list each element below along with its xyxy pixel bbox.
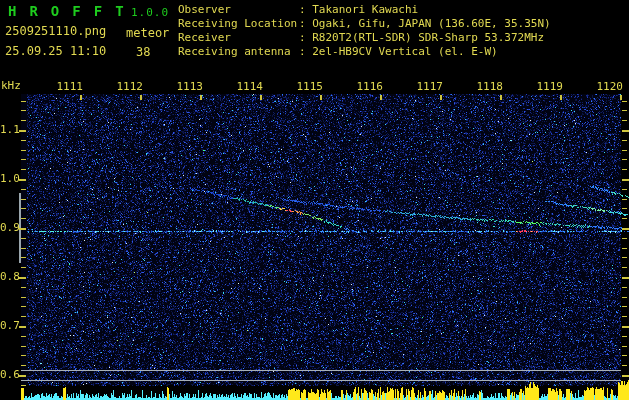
info-panel: Observer: Takanori KawachiReceiving Loca… (178, 3, 551, 59)
freq-tick-label: 0.6 (0, 368, 16, 381)
datetime-label: 25.09.25 11:10 (5, 44, 106, 58)
echo-count: 38 (136, 45, 150, 59)
info-label: Receiver (178, 31, 299, 45)
freq-tick-label: 0.8 (0, 270, 16, 283)
info-separator: : (299, 45, 312, 58)
time-tick-label: 1112 (114, 80, 143, 93)
freq-axis-unit: kHz (1, 79, 21, 92)
output-filename: 2509251110.png (5, 24, 106, 38)
info-label: Receiving Location (178, 17, 299, 31)
time-tick-label: 1114 (234, 80, 263, 93)
spectrogram-canvas (0, 0, 629, 400)
info-label: Observer (178, 3, 299, 17)
info-label: Receiving antenna (178, 45, 299, 59)
info-row: Receiving Location: Ogaki, Gifu, JAPAN (… (178, 17, 551, 31)
info-separator: : (299, 3, 312, 16)
freq-tick-label: 0.9 (0, 221, 16, 234)
info-row: Observer: Takanori Kawachi (178, 3, 551, 17)
time-tick-label: 1115 (294, 80, 323, 93)
info-row: Receiving antenna: 2el-HB9CV Vertical (e… (178, 45, 551, 59)
time-tick-label: 1116 (354, 80, 383, 93)
app-version: 1.0.0 (131, 6, 169, 19)
info-separator: : (299, 31, 312, 44)
info-value: Ogaki, Gifu, JAPAN (136.60E, 35.35N) (312, 17, 550, 30)
info-value: 2el-HB9CV Vertical (el. E-W) (312, 45, 497, 58)
info-value: R820T2(RTL-SDR) SDR-Sharp 53.372MHz (312, 31, 544, 44)
freq-tick-label: 1.1 (0, 123, 16, 136)
freq-tick-label: 0.7 (0, 319, 16, 332)
mode-label: meteor (126, 26, 169, 40)
time-tick-label: 1120 (594, 80, 623, 93)
info-value: Takanori Kawachi (312, 3, 418, 16)
info-separator: : (299, 17, 312, 30)
hrofft-app-window: HROFFT 1.0.0 2509251110.png meteor 25.09… (0, 0, 629, 400)
time-tick-label: 1119 (534, 80, 563, 93)
freq-tick-label: 1.0 (0, 172, 16, 185)
app-title: HROFFT (8, 3, 137, 19)
info-row: Receiver: R820T2(RTL-SDR) SDR-Sharp 53.3… (178, 31, 551, 45)
time-tick-label: 1111 (54, 80, 83, 93)
time-tick-label: 1113 (174, 80, 203, 93)
time-tick-label: 1118 (474, 80, 503, 93)
time-tick-label: 1117 (414, 80, 443, 93)
